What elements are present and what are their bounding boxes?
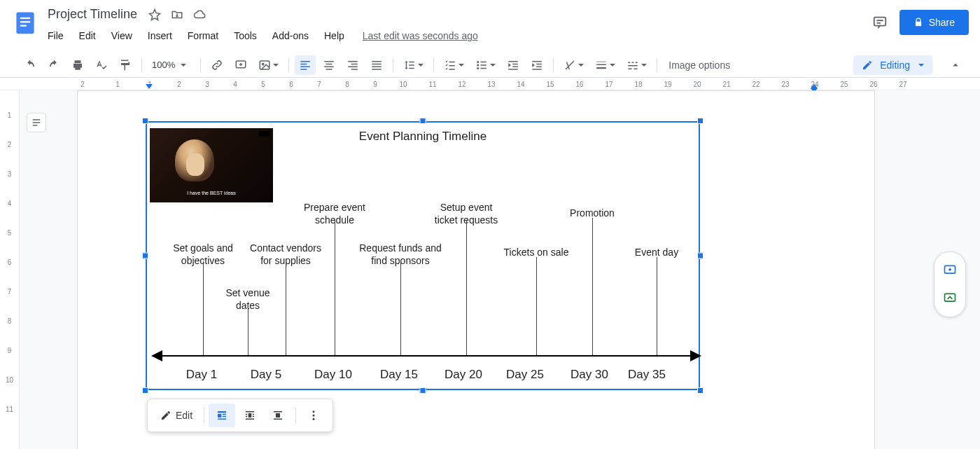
increase-indent-button[interactable]: [526, 55, 547, 75]
collapse-toolbar-button[interactable]: [945, 55, 966, 75]
image-person: [171, 135, 227, 197]
menu-format[interactable]: Format: [186, 27, 220, 44]
checklist-button[interactable]: [440, 55, 468, 75]
decrease-indent-button[interactable]: [503, 55, 524, 75]
horizontal-ruler[interactable]: 2112345678910111213141516171819202122232…: [0, 78, 980, 90]
timeline-day-label: Day 20: [444, 368, 482, 382]
align-left-button[interactable]: [295, 55, 316, 75]
align-center-button[interactable]: [318, 55, 340, 75]
docs-logo-icon[interactable]: [11, 8, 39, 36]
resize-handle-top-right[interactable]: [697, 118, 704, 124]
align-right-button[interactable]: [342, 55, 363, 75]
vertical-ruler[interactable]: 1234567891011: [0, 90, 20, 449]
add-comment-floating-button[interactable]: [939, 259, 961, 282]
ruler-number: 10: [399, 81, 407, 88]
chevron-down-icon: [918, 64, 924, 67]
timeline-day-label: Day 15: [380, 368, 418, 382]
timeline-stem: [335, 221, 335, 355]
suggest-edits-floating-button[interactable]: [939, 287, 961, 310]
toolbar-separator: [393, 58, 393, 72]
pencil-icon: [862, 60, 873, 71]
wrap-text-button[interactable]: [237, 403, 263, 427]
redo-button[interactable]: [43, 55, 64, 75]
ruler-number: 10: [6, 376, 13, 384]
ruler-number: 1: [115, 81, 120, 88]
clear-formatting-button[interactable]: [559, 55, 588, 75]
resize-handle-mid-right[interactable]: [697, 253, 704, 259]
chevron-down-icon: [578, 64, 584, 67]
wrap-inline-button[interactable]: [209, 403, 235, 427]
ruler-number: 25: [840, 81, 848, 88]
appbar: Project Timeline File Edit View Insert F…: [0, 0, 980, 50]
resize-handle-mid-left[interactable]: [142, 253, 148, 259]
timeline-stem: [592, 218, 593, 355]
timeline-day-label: Day 1: [186, 368, 217, 382]
insert-link-button[interactable]: [206, 55, 227, 75]
resize-handle-top-left[interactable]: [142, 118, 148, 124]
timeline-title: Event Planning Timeline: [146, 130, 700, 144]
svg-rect-17: [248, 413, 252, 417]
share-button[interactable]: Share: [899, 10, 969, 35]
border-dash-button[interactable]: [622, 55, 651, 75]
ruler-number: 15: [546, 81, 554, 88]
comment-history-icon[interactable]: [872, 14, 888, 31]
ruler-number: 4: [8, 200, 12, 207]
align-justify-button[interactable]: [366, 55, 387, 75]
zoom-dropdown[interactable]: 100%: [148, 60, 195, 70]
selected-drawing[interactable]: I have the BEST ideas Event Planning Tim…: [146, 121, 700, 390]
indent-marker[interactable]: [146, 84, 153, 89]
editing-mode-label: Editing: [880, 60, 910, 71]
ruler-number: 14: [517, 81, 524, 88]
paint-format-button[interactable]: [115, 55, 136, 75]
wrap-break-button[interactable]: [265, 403, 291, 427]
menu-view[interactable]: View: [110, 27, 134, 44]
line-spacing-button[interactable]: [399, 55, 428, 75]
last-edit-link[interactable]: Last edit was seconds ago: [363, 30, 478, 41]
edit-drawing-button[interactable]: Edit: [153, 404, 200, 427]
resize-handle-bot-left[interactable]: [142, 387, 148, 394]
print-button[interactable]: [67, 55, 88, 75]
resize-handle-top-mid[interactable]: [420, 118, 426, 124]
share-label: Share: [929, 17, 955, 28]
add-comment-button[interactable]: [230, 55, 251, 75]
menu-edit[interactable]: Edit: [78, 27, 97, 44]
ruler-number: 9: [373, 81, 377, 88]
editing-mode-dropdown[interactable]: Editing: [853, 55, 932, 75]
menu-tools[interactable]: Tools: [232, 27, 258, 44]
resize-handle-bot-right[interactable]: [697, 387, 704, 394]
spellcheck-button[interactable]: [91, 55, 112, 75]
document-title[interactable]: Project Timeline: [45, 6, 140, 23]
svg-rect-30: [945, 293, 955, 301]
title-row: Project Timeline: [45, 6, 872, 23]
ruler-number: 3: [8, 170, 12, 178]
document-outline-button[interactable]: [27, 113, 46, 132]
svg-rect-23: [274, 411, 282, 413]
menu-help[interactable]: Help: [323, 27, 346, 44]
star-icon[interactable]: [148, 8, 161, 21]
resize-handle-bot-mid[interactable]: [420, 387, 426, 394]
timeline-stem: [203, 261, 204, 355]
ruler-number: 22: [752, 81, 760, 88]
menu-addons[interactable]: Add-ons: [271, 27, 310, 44]
svg-rect-20: [246, 416, 247, 417]
svg-rect-14: [223, 416, 226, 417]
title-column: Project Timeline File Edit View Insert F…: [45, 6, 872, 50]
image-more-button[interactable]: [300, 403, 327, 427]
ruler-number: 8: [345, 81, 349, 88]
svg-rect-24: [276, 413, 280, 417]
move-icon[interactable]: [171, 8, 183, 21]
cloud-status-icon[interactable]: [193, 8, 206, 21]
border-weight-button[interactable]: [591, 55, 620, 75]
undo-button[interactable]: [20, 55, 41, 75]
menu-insert[interactable]: Insert: [146, 27, 174, 44]
ruler-number: 11: [428, 81, 436, 88]
insert-image-button[interactable]: [254, 55, 283, 75]
ruler-number: 27: [899, 81, 906, 88]
timeline-day-label: Day 35: [628, 368, 666, 382]
menu-file[interactable]: File: [46, 27, 65, 44]
ruler-number: 2: [8, 141, 12, 148]
indent-marker[interactable]: [811, 84, 818, 90]
bulleted-list-button[interactable]: [471, 55, 500, 75]
image-options-button[interactable]: Image options: [668, 60, 730, 71]
ruler-number: 23: [781, 81, 789, 88]
